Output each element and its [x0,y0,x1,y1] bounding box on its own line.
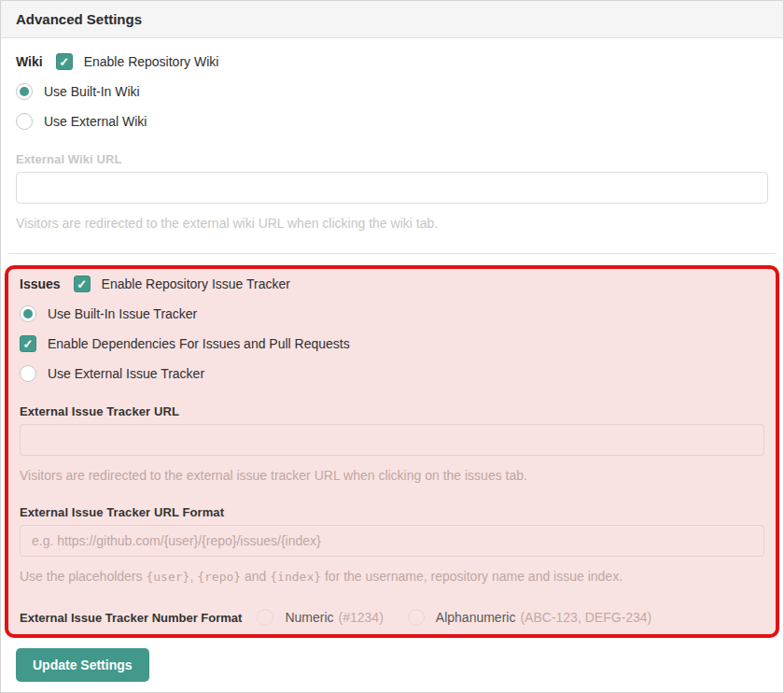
wiki-url-help: Visitors are redirected to the external … [16,216,768,231]
help-text: for the username, repository name and is… [321,569,623,584]
wiki-url-label: External Wiki URL [16,152,768,166]
wiki-url-input[interactable] [16,172,768,204]
issues-enable-row: Issues ✓ Enable Repository Issue Tracker [20,276,764,292]
issues-dependencies-label: Enable Dependencies For Issues and Pull … [48,336,350,351]
wiki-url-field: External Wiki URL Visitors are redirecte… [16,152,768,231]
page-title: Advanced Settings [1,1,783,38]
alphanumeric-radio[interactable] [408,609,425,626]
checkmark-icon: ✓ [77,278,87,290]
issues-url-input[interactable] [20,424,764,456]
wiki-enable-row: Wiki ✓ Enable Repository Wiki [16,53,768,70]
issues-dependencies-checkbox[interactable]: ✓ [20,335,36,352]
placeholder-token-repo: {repo} [197,570,241,584]
issues-highlight-annotation: Issues ✓ Enable Repository Issue Tracker… [5,265,779,638]
wiki-builtin-label: Use Built-In Wiki [44,84,140,99]
issues-external-radio[interactable] [20,365,36,382]
help-text: Use the placeholders [20,569,146,584]
issues-external-row: Use External Issue Tracker [20,365,764,382]
radio-dot [23,369,33,378]
wiki-builtin-row: Use Built-In Wiki [16,83,768,100]
issues-url-field: External Issue Tracker URL Visitors are … [20,404,764,483]
wiki-enable-label: Enable Repository Wiki [84,54,219,69]
issues-url-format-help: Use the placeholders {user}, {repo} and … [20,569,764,584]
numeric-radio[interactable] [257,609,273,626]
settings-form: Wiki ✓ Enable Repository Wiki Use Built-… [1,38,783,692]
wiki-external-row: Use External Wiki [16,113,768,130]
alphanumeric-label: Alphanumeric [436,610,516,625]
radio-dot [412,613,421,622]
wiki-builtin-radio[interactable] [16,83,33,100]
settings-page: Advanced Settings Wiki ✓ Enable Reposito… [0,0,784,693]
issues-number-format-row: External Issue Tracker Number Format Num… [20,609,764,626]
number-format-alphanumeric-option: Alphanumeric (ABC-123, DEFG-234) [408,609,651,626]
issues-url-format-field: External Issue Tracker URL Format Use th… [20,505,764,584]
issues-dependencies-row: ✓ Enable Dependencies For Issues and Pul… [20,335,764,352]
radio-dot [23,309,33,318]
checkmark-icon: ✓ [23,338,34,350]
numeric-label: Numeric [285,610,333,625]
issues-builtin-label: Use Built-In Issue Tracker [48,306,197,321]
issues-url-format-input[interactable] [20,525,764,557]
help-text: , [189,569,197,584]
issues-builtin-radio[interactable] [20,305,36,322]
section-divider [8,253,776,254]
alphanumeric-hint: (ABC-123, DEFG-234) [520,610,651,625]
issues-number-format-label: External Issue Tracker Number Format [20,611,242,625]
help-text: and [241,569,270,584]
radio-dot [260,613,270,622]
radio-dot [20,87,29,96]
wiki-section-label: Wiki [16,54,43,69]
wiki-external-radio[interactable] [16,113,33,130]
number-format-numeric-option: Numeric (#1234) [257,609,383,626]
issues-external-label: Use External Issue Tracker [48,366,204,381]
issues-enable-label: Enable Repository Issue Tracker [102,276,290,291]
issues-url-format-label: External Issue Tracker URL Format [20,505,764,519]
radio-dot [20,117,29,126]
issues-url-label: External Issue Tracker URL [20,404,764,418]
issues-section-label: Issues [20,276,61,291]
wiki-external-label: Use External Wiki [44,114,147,129]
checkmark-icon: ✓ [59,56,69,68]
issues-builtin-row: Use Built-In Issue Tracker [20,305,764,322]
issues-url-help: Visitors are redirected to the external … [20,468,764,483]
update-settings-button[interactable]: Update Settings [16,648,149,682]
placeholder-token-user: {user} [146,570,189,584]
numeric-hint: (#1234) [339,610,384,625]
issues-enable-checkbox[interactable]: ✓ [74,276,91,292]
placeholder-token-index: {index} [270,570,321,584]
wiki-enable-checkbox[interactable]: ✓ [56,53,73,70]
